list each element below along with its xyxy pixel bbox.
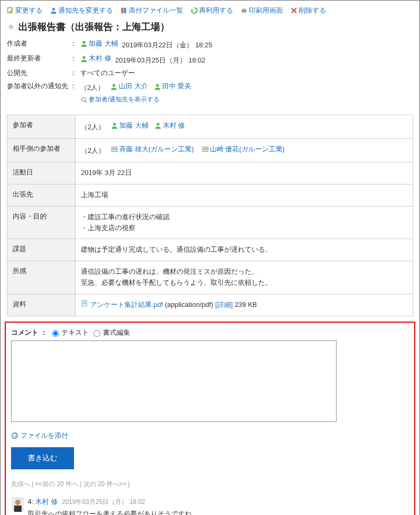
person-icon [80,40,88,47]
card-icon [111,146,118,153]
svg-rect-5 [243,8,245,10]
clip-icon [11,432,18,439]
creator-label: 作成者 [7,38,70,49]
person-icon [110,83,118,90]
star-icon[interactable]: ★ [7,21,15,33]
updater-date: 2019年03月25日（月） 18:02 [115,56,205,64]
recycle-icon [191,7,198,14]
svg-point-10 [156,84,159,86]
other-count: （2人） [81,147,105,154]
purpose-value: ・建設工事の進行状況の確認 ・上海支店の視察 [76,207,413,239]
toolbar: 変更する 通知先を変更する 添付ファイル一覧 再利用する 印刷用画面 削除する [3,3,417,20]
svg-rect-2 [121,8,123,14]
svg-point-7 [82,41,85,44]
print-link[interactable]: 印刷用画面 [240,6,283,15]
purpose-label: 内容・目的 [7,207,76,239]
visibility-value: すべてのユーザー [80,68,413,79]
svg-rect-21 [206,149,208,149]
svg-point-29 [15,500,20,505]
place-label: 出張先 [7,184,76,206]
svg-point-16 [113,148,114,150]
svg-rect-30 [14,506,22,512]
date-label: 活動日 [7,162,76,184]
material-mime: (application/pdf) [163,301,215,308]
svg-rect-25 [83,303,86,303]
notify-count: （2人） [80,84,104,92]
book-icon [120,7,128,14]
svg-point-20 [204,148,205,150]
material-detail-link[interactable]: [詳細] [215,301,233,308]
material-size: 239 KB [233,301,257,308]
svg-rect-26 [83,304,86,304]
svg-rect-24 [83,302,86,302]
notify-label: 参加者以外の通知先 [7,81,70,92]
file-icon [81,300,88,307]
comment-area: コメント ： テキスト 書式編集 ファイルを添付 書き込む 先頭へ | <<前の… [5,322,415,516]
other2[interactable]: 山崎 優花(ガルーン工業) [202,144,285,155]
comment-date: 2019年03月25日（月） 18:02 [62,498,145,506]
impression-label: 所感 [7,261,76,294]
svg-rect-6 [243,12,245,13]
comment-text: 取引先への依頼フローを考える必要がありそうですね。 報告ありがとうございました。 [28,509,408,516]
visibility-label: 公開先 [7,68,70,79]
person-icon [154,83,161,90]
avatar [12,497,24,512]
material-label: 資料 [7,294,76,316]
submit-button[interactable]: 書き込む [11,447,74,469]
edit-link[interactable]: 変更する [7,6,43,15]
creator-date: 2019年03月22日（金） 18:25 [122,41,212,49]
edit-icon [7,7,14,14]
comment-mode-text[interactable]: テキスト [49,328,89,337]
comment-mode-format[interactable]: 書式編集 [91,328,130,337]
attach-file-link[interactable]: ファイルを添付 [11,431,68,440]
pager[interactable]: 先頭へ | <<前の 20 件へ | 次の 20 件へ>> | [11,480,409,489]
updater-user[interactable]: 木村 修 [80,53,111,64]
participant1[interactable]: 加藤 大輔 [111,120,149,131]
issue-label: 課題 [7,239,76,261]
notify-user2[interactable]: 田中 愛美 [154,81,192,92]
files-link[interactable]: 添付ファイル一覧 [120,6,183,15]
person-icon [154,122,162,129]
svg-rect-17 [115,149,117,149]
svg-point-1 [52,8,55,11]
updater-label: 最終更新者 [7,53,70,64]
svg-line-12 [85,101,87,103]
date-value: 2019年 3月 22日 [76,162,413,184]
reuse-link[interactable]: 再利用する [191,6,233,15]
svg-point-14 [156,123,159,126]
creator-user[interactable]: 加藤 大輔 [80,38,118,49]
impression-value: 通信設備の工事の遅れは、機材の発注ミスが原因だった。 至急、必要な機材を手配して… [76,261,413,294]
comment-label: コメント ： [11,328,47,337]
user-icon [50,7,57,14]
comment-textarea[interactable] [11,341,337,422]
participant2[interactable]: 木村 修 [154,120,185,131]
svg-point-11 [82,98,86,101]
svg-point-8 [82,56,85,58]
delete-icon [290,7,298,14]
card-icon [202,146,209,153]
delete-link[interactable]: 削除する [290,6,326,15]
svg-point-13 [113,123,116,126]
person-icon [80,55,88,63]
page-title: 出張報告書（出張報告：上海工場） [18,20,170,33]
comment-user[interactable]: 木村 修 [35,498,58,506]
notif-link[interactable]: 通知先を変更する [50,6,113,15]
comment-no: 4: [28,498,34,506]
material-file-link[interactable]: アンケート集計結果.pdf [90,301,163,308]
comment-item: 4: 木村 修 2019年03月25日（月） 18:02 取引先への依頼フローを… [11,495,409,516]
magnify-icon [80,96,88,104]
detail-table: 参加者 （2人） 加藤 大輔 木村 修 相手側の参加者 （2人） 斉藤 雄大(ガ… [7,115,413,316]
participants-label: 参加者 [7,115,76,138]
show-participants-link[interactable]: 参加者/通知先を表示する [80,95,160,105]
participants-count: （2人） [81,123,105,131]
svg-point-9 [112,84,115,86]
svg-rect-3 [124,8,126,14]
svg-rect-22 [206,149,208,150]
place-value: 上海工場 [76,184,413,206]
notify-user1[interactable]: 山田 大介 [110,81,148,92]
issue-value: 建物は予定通り完成している。通信設備の工事が遅れている。 [76,239,413,261]
other1[interactable]: 斉藤 雄大(ガルーン工業) [111,144,194,155]
other-label: 相手側の参加者 [7,139,76,162]
print-icon [240,7,248,14]
person-icon [111,122,118,129]
